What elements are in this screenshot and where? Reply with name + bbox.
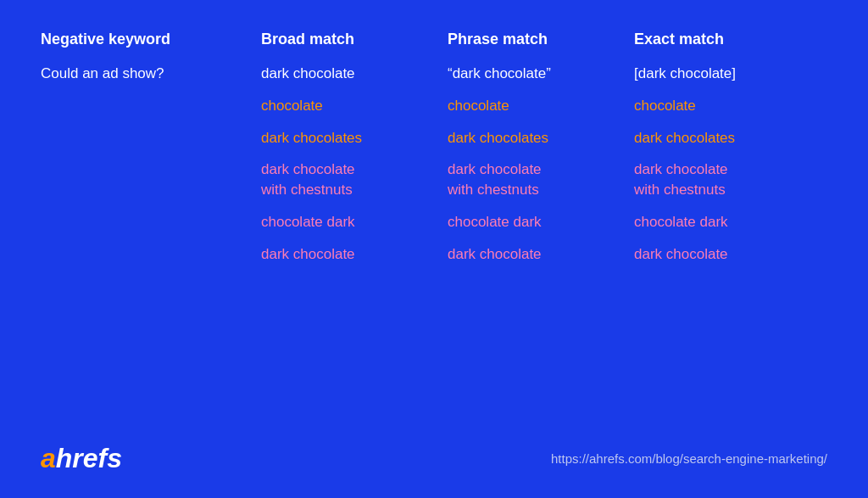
logo-hrefs: hrefs (56, 443, 122, 474)
footer-url: https://ahrefs.com/blog/search-engine-ma… (551, 451, 827, 466)
ahrefs-logo: a hrefs (41, 443, 122, 474)
table-cell: dark chocolate (634, 244, 821, 265)
table-cell: chocolate dark (448, 212, 634, 232)
logo-a: a (41, 443, 56, 474)
ask-cell-2: dark chocolate (261, 64, 448, 84)
ask-cell-1: Could an ad show? (41, 64, 261, 84)
ask-cell-3: “dark chocolate” (448, 64, 634, 84)
ask-cell-4: [dark chocolate] (634, 64, 821, 84)
table-cell: dark chocolatewith chestnuts (261, 159, 448, 200)
table-row: dark chocolatewith chestnutsdark chocola… (41, 159, 827, 200)
col-header-negative: Negative keyword (41, 31, 261, 48)
table-row: dark chocolatedark chocolatedark chocola… (41, 244, 827, 265)
table-cell: dark chocolatewith chestnuts (634, 159, 821, 200)
table-row: dark chocolatesdark chocolatesdark choco… (41, 128, 827, 148)
table-cell: chocolate (634, 96, 821, 116)
table-cell: chocolate (448, 96, 634, 116)
col-header-phrase: Phrase match (448, 31, 634, 48)
table-cell: dark chocolatewith chestnuts (448, 159, 634, 200)
table-cell: dark chocolates (448, 128, 634, 148)
data-rows: chocolatechocolatechocolatedark chocolat… (41, 96, 827, 265)
table-cell: dark chocolate (261, 244, 448, 265)
table-cell: chocolate dark (634, 212, 821, 232)
table-cell: dark chocolate (448, 244, 634, 265)
ask-row: Could an ad show? dark chocolate “dark c… (41, 64, 827, 84)
table-row: chocolate darkchocolate darkchocolate da… (41, 212, 827, 232)
table-cell: dark chocolates (261, 128, 448, 148)
footer: a hrefs https://ahrefs.com/blog/search-e… (41, 433, 827, 474)
table-row: chocolatechocolatechocolate (41, 96, 827, 116)
table-area: Negative keyword Broad match Phrase matc… (41, 31, 827, 433)
main-container: Negative keyword Broad match Phrase matc… (0, 0, 868, 498)
col-header-broad: Broad match (261, 31, 448, 48)
col-header-exact: Exact match (634, 31, 821, 48)
table-cell: chocolate (261, 96, 448, 116)
table-cell: chocolate dark (261, 212, 448, 232)
table-header: Negative keyword Broad match Phrase matc… (41, 31, 827, 48)
table-cell: dark chocolates (634, 128, 821, 148)
